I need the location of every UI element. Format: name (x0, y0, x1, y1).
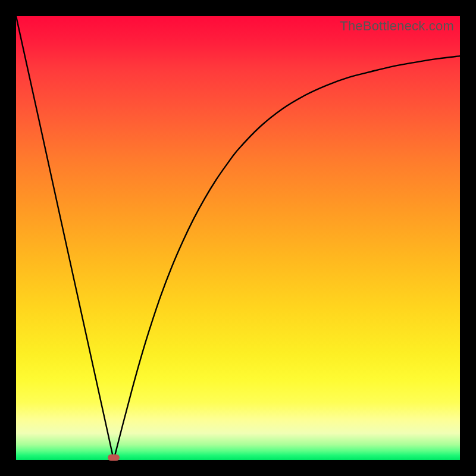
plot-area: TheBottleneck.com (16, 16, 460, 460)
chart-container: TheBottleneck.com (0, 0, 476, 476)
curve-svg (16, 16, 460, 460)
minimum-marker (108, 455, 120, 461)
bottleneck-curve-path (16, 16, 460, 460)
